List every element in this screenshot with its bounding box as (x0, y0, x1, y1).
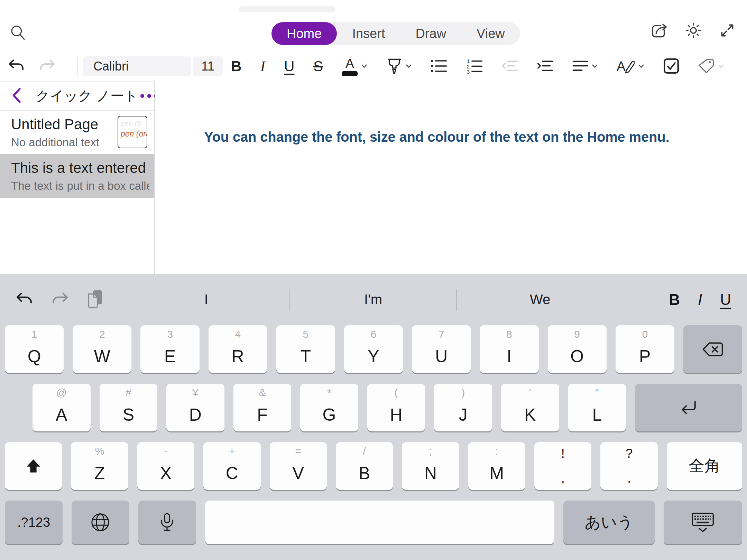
font-name-value: Calibri (93, 59, 129, 73)
outdent-button[interactable] (501, 59, 518, 74)
kb-undo-button[interactable] (15, 291, 33, 308)
undo-icon (8, 58, 25, 75)
keyboard-row-2: @A#S¥D&F*G(H)J'K"L (33, 384, 742, 431)
format-toolbar: Calibri 11 B I U S A 123 (0, 52, 747, 81)
suggestion-2[interactable]: I'm (290, 274, 456, 325)
key-M[interactable]: :M (468, 442, 525, 490)
key-S[interactable]: #S (100, 384, 158, 431)
key-E[interactable]: 3E (140, 325, 199, 373)
italic-button[interactable]: I (260, 59, 265, 74)
font-color-button[interactable]: A (342, 57, 367, 76)
underline-button[interactable]: U (284, 59, 294, 74)
keyboard-row-4: .?123あいう (5, 501, 742, 544)
key-dismiss-keyboard[interactable] (664, 501, 742, 544)
onscreen-keyboard: I I'm We B I U 1Q2W3E4R5T6Y7U8I9O0P @A#S… (0, 274, 747, 560)
key-zenkaku[interactable]: 全角 (667, 442, 742, 490)
key-H[interactable]: (H (367, 384, 425, 431)
redo-icon (51, 291, 69, 308)
numbered-list-button[interactable]: 123 (466, 58, 483, 75)
key-D[interactable]: ¥D (166, 384, 224, 431)
highlight-button[interactable] (386, 58, 412, 75)
share-button[interactable] (649, 21, 670, 41)
paste-button[interactable] (87, 289, 103, 310)
tab-insert[interactable]: Insert (337, 22, 400, 45)
key-T[interactable]: 5T (276, 325, 335, 373)
kb-underline-button[interactable]: U (720, 291, 731, 308)
font-size-selector[interactable]: 11 (193, 56, 223, 76)
key-W[interactable]: 2W (73, 325, 131, 373)
search-icon (10, 25, 26, 42)
note-text: You can change the font, size and colour… (204, 127, 669, 147)
key-R[interactable]: 4R (209, 325, 267, 373)
styles-button[interactable]: A (617, 58, 644, 75)
key-Q[interactable]: 1Q (5, 325, 64, 373)
back-button[interactable] (10, 87, 23, 105)
kb-bold-button[interactable]: B (669, 291, 680, 308)
ribbon-tabs: Home Insert Draw View (271, 22, 520, 45)
undo-button[interactable] (6, 52, 27, 81)
backspace-icon (702, 342, 723, 357)
bold-button[interactable]: B (231, 59, 241, 74)
key-symbols[interactable]: .?123 (5, 501, 63, 544)
underline-icon: U (284, 59, 294, 74)
svg-text:2: 2 (467, 63, 470, 69)
page-list-item-selected[interactable]: This is a text entered in... The text is… (0, 154, 154, 198)
key-G[interactable]: *G (300, 384, 358, 431)
kb-italic-button[interactable]: I (698, 291, 702, 308)
key-K[interactable]: 'K (501, 384, 559, 431)
numbered-list-icon: 123 (466, 58, 483, 75)
note-canvas[interactable]: You can change the font, size and colour… (155, 81, 747, 274)
search-button[interactable] (8, 24, 28, 43)
todo-checkbox-button[interactable] (663, 58, 679, 75)
key-globe[interactable] (72, 501, 129, 544)
key-B[interactable]: /B (336, 442, 393, 490)
key-X[interactable]: -X (137, 442, 194, 490)
kb-redo-button[interactable] (51, 291, 69, 308)
settings-button[interactable] (683, 21, 703, 41)
key-U[interactable]: 7U (412, 325, 471, 373)
suggestion-3[interactable]: We (457, 274, 623, 325)
return-icon (679, 400, 698, 415)
key-N[interactable]: ;N (402, 442, 459, 490)
key-Y[interactable]: 6Y (344, 325, 403, 373)
key-V[interactable]: =V (270, 442, 327, 490)
keyboard-rows: 1Q2W3E4R5T6Y7U8I9O0P @A#S¥D&F*G(H)J'K"L … (0, 325, 747, 555)
redo-button[interactable] (37, 52, 58, 81)
suggestion-1[interactable]: I (123, 274, 289, 325)
keyboard-row-1: 1Q2W3E4R5T6Y7U8I9O0P (5, 325, 742, 373)
key-return[interactable] (635, 384, 742, 431)
strikethrough-button[interactable]: S (313, 59, 323, 74)
key-J[interactable]: )J (434, 384, 492, 431)
key-Z[interactable]: %Z (71, 442, 128, 490)
paste-icon (87, 289, 103, 310)
key-L[interactable]: "L (568, 384, 626, 431)
key-I[interactable]: 8I (480, 325, 538, 373)
tab-home[interactable]: Home (271, 22, 337, 45)
key-space[interactable] (205, 501, 554, 544)
key-backspace[interactable] (683, 325, 742, 373)
ellipsis-icon (140, 94, 144, 98)
key-C[interactable]: +C (203, 442, 260, 490)
sidebar-header: クイック ノート (0, 82, 154, 111)
key-exclamation-comma[interactable]: !, (534, 442, 591, 490)
font-name-selector[interactable]: Calibri (83, 56, 191, 76)
tag-button[interactable] (698, 58, 724, 75)
key-kana[interactable]: あいう (563, 501, 655, 544)
tag-icon (698, 58, 714, 75)
key-question-period[interactable]: ?. (600, 442, 657, 490)
tab-draw[interactable]: Draw (400, 22, 461, 45)
key-shift[interactable] (5, 442, 62, 490)
fullscreen-button[interactable] (717, 21, 737, 41)
align-button[interactable] (572, 59, 598, 74)
key-A[interactable]: @A (33, 384, 91, 431)
key-O[interactable]: 9O (548, 325, 607, 373)
tab-view[interactable]: View (461, 22, 520, 45)
bullet-list-button[interactable] (431, 59, 447, 74)
page-list-item[interactable]: Untitled Page No additional text pen (b … (0, 111, 154, 154)
chevron-down-icon (638, 64, 644, 69)
key-F[interactable]: &F (233, 384, 292, 431)
key-P[interactable]: 0P (616, 325, 674, 373)
key-dictation[interactable] (138, 501, 196, 544)
indent-button[interactable] (537, 59, 553, 74)
chevron-left-icon (12, 87, 21, 104)
